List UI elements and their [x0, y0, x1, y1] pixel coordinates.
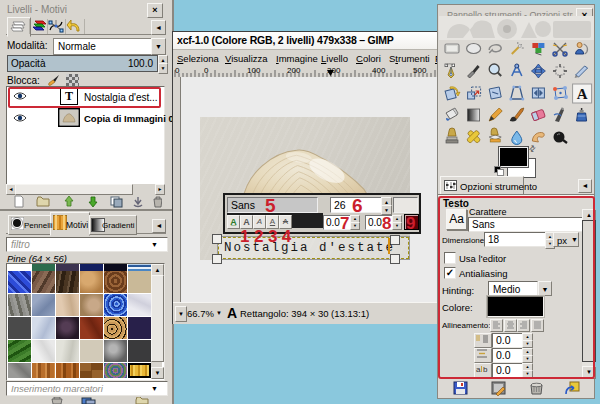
- svg-text:A: A: [577, 86, 588, 102]
- svg-text:0: 0: [204, 66, 209, 75]
